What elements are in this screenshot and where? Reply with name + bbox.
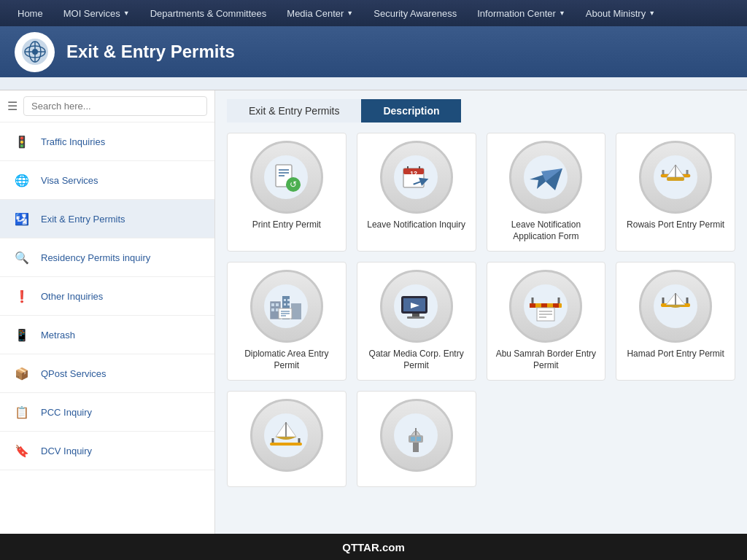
tab-exit-entry[interactable]: Exit & Entry Permits: [227, 99, 361, 122]
nav-security-awareness[interactable]: Security Awareness: [363, 0, 467, 26]
sidebar-label: Visa Services: [41, 175, 98, 186]
nav-information-center[interactable]: Information Center ▼: [467, 0, 576, 26]
chevron-down-icon: ▼: [559, 9, 565, 17]
service-leave-notification-inquiry[interactable]: 12 Leave Notification Inquiry: [357, 133, 476, 252]
sidebar-label: DCV Inquiry: [41, 446, 92, 456]
chevron-down-icon: ▼: [347, 9, 353, 17]
residency-icon: 🔍: [10, 246, 34, 269]
other-icon: ❗: [10, 284, 34, 308]
tab-description[interactable]: Description: [361, 99, 461, 122]
sidebar-item-qpost[interactable]: 📦 QPost Services: [0, 354, 214, 393]
leave-notification-form-icon: [509, 141, 582, 214]
svg-rect-37: [284, 299, 286, 301]
print-entry-permit-icon: ↺: [250, 141, 323, 214]
nav-about-ministry[interactable]: About Ministry ▼: [576, 0, 665, 26]
sidebar-item-metrash[interactable]: 📱 Metrash: [0, 316, 214, 354]
sidebar-label: Traffic Inquiries: [41, 136, 105, 147]
svg-rect-78: [417, 437, 421, 441]
service-label: Print Entry Permit: [252, 219, 321, 231]
ministry-logo: [15, 32, 55, 72]
hamburger-icon[interactable]: ☰: [7, 99, 18, 113]
nav-moi-services[interactable]: MOI Services ▼: [53, 0, 140, 26]
service-abu-samrah[interactable]: Abu Samrah Border Entry Permit: [487, 262, 606, 381]
service-grid: ↺ Print Entry Permit 12: [227, 133, 735, 487]
sidebar-item-visa[interactable]: 🌐 Visa Services: [0, 161, 214, 200]
service-label: Leave Notification Inquiry: [367, 219, 465, 231]
service-card-9[interactable]: [227, 391, 347, 487]
nav-home[interactable]: Home: [7, 0, 53, 26]
nav-media-center[interactable]: Media Center ▼: [276, 0, 363, 26]
rowais-port-icon: [639, 141, 712, 214]
svg-rect-31: [291, 303, 301, 319]
service-card-10[interactable]: [357, 391, 476, 487]
qpost-icon: 📦: [10, 362, 34, 385]
svg-text:12: 12: [410, 170, 417, 177]
gate-icon: [250, 399, 323, 472]
service-diplomatic-area[interactable]: Diplomatic Area Entry Permit: [227, 262, 347, 381]
sidebar-label: QPost Services: [41, 368, 107, 379]
svg-rect-48: [412, 314, 419, 316]
svg-rect-39: [284, 303, 286, 306]
sidebar-label: Exit & Entry Permits: [41, 214, 125, 225]
nav-departments[interactable]: Departments & Committees: [140, 0, 277, 26]
service-label: Hamad Port Entry Permit: [627, 349, 724, 360]
dcv-icon: 🔖: [10, 439, 34, 462]
service-hamad-port[interactable]: Hamad Port Entry Permit: [616, 262, 735, 381]
service-rowais-port[interactable]: Rowais Port Entry Permit: [616, 133, 735, 252]
top-navigation: Home MOI Services ▼ Departments & Commit…: [0, 0, 747, 26]
leave-notification-inquiry-icon: 12: [380, 141, 453, 214]
svg-rect-75: [413, 441, 419, 452]
sidebar-item-exit-entry[interactable]: 🛂 Exit & Entry Permits: [0, 200, 214, 238]
tower-icon: [380, 399, 453, 472]
service-label: Diplomatic Area Entry Permit: [233, 349, 340, 371]
sidebar-item-dcv[interactable]: 🔖 DCV Inquiry: [0, 432, 214, 470]
svg-text:↺: ↺: [290, 179, 297, 190]
sidebar-label: Residency Permits inquiry: [41, 252, 150, 263]
svg-rect-27: [667, 177, 684, 181]
svg-rect-35: [271, 308, 274, 311]
svg-rect-54: [541, 303, 547, 308]
svg-rect-33: [271, 303, 274, 306]
svg-rect-49: [407, 316, 425, 319]
svg-rect-40: [287, 303, 290, 306]
search-input[interactable]: [23, 96, 207, 116]
abu-samrah-icon: [509, 270, 582, 343]
svg-rect-34: [276, 303, 279, 306]
svg-rect-55: [553, 303, 559, 308]
sidebar-item-other[interactable]: ❗ Other Inquiries: [0, 277, 214, 316]
service-label: Qatar Media Corp. Entry Permit: [363, 349, 470, 371]
pcc-icon: 📋: [10, 400, 34, 424]
sidebar-item-residency[interactable]: 🔍 Residency Permits inquiry: [0, 238, 214, 277]
service-leave-notification-form[interactable]: Leave Notification Application Form: [487, 133, 606, 252]
content-area: Exit & Entry Permits Description: [215, 90, 747, 534]
service-print-entry-permit[interactable]: ↺ Print Entry Permit: [227, 133, 347, 252]
footer-text: QTTAR.com: [342, 541, 405, 553]
metrash-icon: 📱: [10, 323, 34, 346]
sidebar-label: PCC Inquiry: [41, 407, 92, 418]
service-qatar-media[interactable]: Qatar Media Corp. Entry Permit: [357, 262, 476, 381]
diplomatic-area-icon: [250, 270, 323, 343]
page-title: Exit & Entry Permits: [66, 42, 235, 62]
svg-rect-71: [270, 443, 302, 446]
header-bar: Exit & Entry Permits: [0, 26, 747, 77]
chevron-down-icon: ▼: [123, 9, 130, 17]
hamad-port-icon: [639, 270, 712, 343]
service-label: Rowais Port Entry Permit: [627, 219, 724, 231]
sub-header: [0, 77, 747, 90]
service-label: Leave Notification Application Form: [493, 219, 600, 242]
svg-rect-38: [287, 299, 290, 301]
exit-entry-icon: 🛂: [10, 207, 34, 230]
chevron-down-icon: ▼: [649, 9, 655, 17]
tabs-row: Exit & Entry Permits Description: [227, 99, 735, 122]
visa-icon: 🌐: [10, 168, 34, 192]
traffic-icon: 🚦: [10, 130, 34, 153]
qatar-media-icon: [380, 270, 453, 343]
bottom-bar: QTTAR.com: [0, 534, 747, 560]
svg-rect-77: [411, 437, 415, 441]
svg-rect-36: [276, 308, 279, 311]
sidebar-item-traffic[interactable]: 🚦 Traffic Inquiries: [0, 122, 214, 161]
sidebar: ☰ 🚦 Traffic Inquiries 🌐 Visa Services 🛂 …: [0, 90, 215, 534]
sidebar-item-pcc[interactable]: 📋 PCC Inquiry: [0, 393, 214, 432]
sidebar-label: Metrash: [41, 330, 75, 341]
sidebar-label: Other Inquiries: [41, 291, 103, 302]
